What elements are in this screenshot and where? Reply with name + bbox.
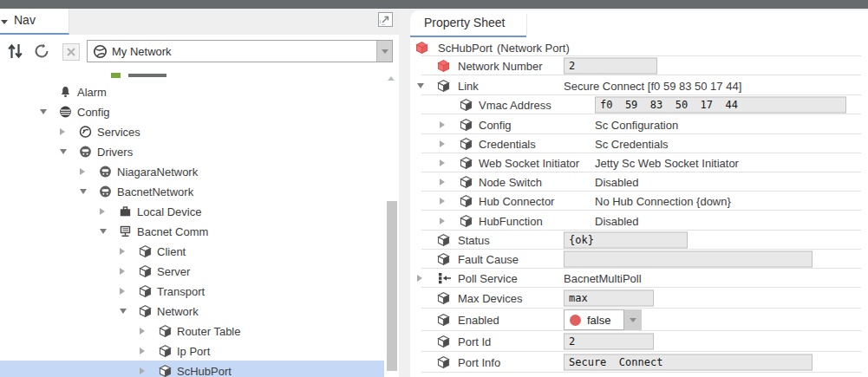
dropdown-button[interactable]: [624, 309, 642, 330]
tree-item-network[interactable]: Network: [0, 301, 384, 321]
property-row-web-socket-initiator[interactable]: Web Socket InitiatorJetty Sc Web Socket …: [410, 153, 868, 172]
property-row-hubfunction[interactable]: HubFunctionDisabled: [410, 211, 868, 231]
scope-dropdown[interactable]: My Network: [87, 40, 393, 62]
refresh-icon[interactable]: [33, 42, 50, 60]
scrollbar-thumb[interactable]: [387, 201, 397, 371]
active-tab-underline: [410, 36, 526, 37]
globe-icon: [93, 44, 108, 59]
collapse-arrow-icon[interactable]: [40, 109, 47, 114]
expand-arrow-icon[interactable]: [440, 179, 445, 185]
collapse-arrow-icon[interactable]: [120, 309, 127, 314]
property-label: Max Devices: [458, 292, 522, 305]
property-row-config[interactable]: ConfigSc Configuration: [410, 114, 868, 134]
database-icon: [59, 105, 72, 118]
property-row-node-switch[interactable]: Node SwitchDisabled: [410, 172, 868, 192]
property-row-fault-cause[interactable]: Fault Cause: [410, 250, 868, 269]
scrollbar-up-arrow[interactable]: [388, 76, 395, 81]
property-label: Config: [479, 118, 512, 131]
property-row-vmac-address[interactable]: Vmac Addressf0 59 83 50 17 44: [410, 95, 868, 114]
sort-arrows-icon[interactable]: [7, 42, 23, 60]
property-value-input[interactable]: 2: [564, 58, 657, 75]
property-row-max-devices[interactable]: Max Devicesmax: [410, 288, 868, 309]
expand-arrow-icon[interactable]: [440, 140, 445, 147]
scope-dropdown-button[interactable]: [376, 41, 392, 62]
tree-item-label: Client: [157, 244, 186, 257]
tab-property-sheet[interactable]: Property Sheet: [410, 10, 526, 36]
expand-arrow-icon[interactable]: [140, 348, 145, 354]
expand-arrow-icon[interactable]: [440, 198, 445, 205]
expand-arrow-icon[interactable]: [120, 248, 125, 255]
property-row-port-id[interactable]: Port Id2: [410, 331, 868, 352]
tree-item-bacnet-comm[interactable]: Bacnet Comm: [0, 221, 384, 241]
property-sheet-header-row[interactable]: ScHubPort(Network Port): [410, 38, 868, 56]
chevron-down-icon[interactable]: [1, 20, 8, 24]
tree-item-ip-port[interactable]: Ip Port: [0, 341, 384, 361]
tree-item-label: Config: [77, 105, 110, 118]
expand-arrow-icon[interactable]: [140, 367, 145, 374]
property-value-input[interactable]: max: [564, 290, 654, 307]
expand-arrow-icon[interactable]: [417, 275, 422, 282]
nav-tab-label: Nav: [14, 13, 36, 27]
tree-item-local-device[interactable]: Local Device: [0, 201, 384, 221]
nav-tree: Alarm Config Services Drivers NiagaraNet…: [0, 73, 399, 377]
property-value-input[interactable]: [564, 251, 813, 268]
tab-nav[interactable]: Nav: [0, 9, 69, 35]
property-value: Disabled: [595, 214, 639, 227]
expand-arrow-icon[interactable]: [440, 159, 445, 166]
driver-icon: [99, 165, 112, 178]
cube-dark-icon: [460, 214, 473, 227]
row-separator: [421, 372, 861, 373]
bell-icon: [59, 85, 72, 98]
nav-panel: Nav: [0, 9, 399, 377]
tree-item-niagaranetwork[interactable]: NiagaraNetwork: [0, 161, 384, 181]
expand-pane-icon[interactable]: [378, 12, 393, 27]
tree-item-transport[interactable]: Transport: [0, 281, 384, 301]
expand-arrow-icon[interactable]: [440, 121, 445, 128]
property-row-credentials[interactable]: CredentialsSc Credentials: [410, 134, 868, 153]
scope-dropdown-value: My Network: [112, 45, 172, 58]
tree-item-bacnetnetwork[interactable]: BacnetNetwork: [0, 181, 384, 201]
expand-arrow-icon[interactable]: [80, 168, 85, 175]
tree-item-server[interactable]: Server: [0, 261, 384, 281]
cube-dark-icon: [437, 335, 450, 348]
property-row-network-number[interactable]: Network Number2: [410, 56, 868, 75]
property-sheet-panel: Property Sheet ScHubPort(Network Port) N…: [410, 10, 868, 377]
tree-item-services[interactable]: Services: [0, 121, 384, 141]
property-row-link[interactable]: LinkSecure Connect [f0 59 83 50 17 44]: [410, 75, 868, 95]
property-row-status[interactable]: Status{ok}: [410, 231, 868, 250]
nav-toolbar: My Network: [0, 35, 399, 73]
property-value-input[interactable]: f0 59 83 50 17 44: [595, 97, 846, 114]
collapse-arrow-icon[interactable]: [417, 83, 424, 88]
tree-item-client[interactable]: Client: [0, 241, 384, 261]
expand-arrow-icon[interactable]: [120, 268, 125, 275]
tree-item-drivers[interactable]: Drivers: [0, 141, 384, 161]
expand-arrow-icon[interactable]: [140, 328, 145, 335]
property-value-input[interactable]: 2: [564, 334, 654, 350]
close-icon[interactable]: [62, 43, 80, 61]
property-value-input[interactable]: {ok}: [564, 232, 688, 249]
expand-arrow-icon[interactable]: [120, 288, 125, 295]
tab-divider: [526, 14, 527, 36]
collapse-arrow-icon[interactable]: [80, 189, 87, 194]
property-row-port-info[interactable]: Port InfoSecure Connect: [410, 352, 868, 373]
expand-arrow-icon[interactable]: [100, 208, 105, 215]
expand-arrow-icon[interactable]: [440, 218, 445, 224]
tree-item-schubport[interactable]: ScHubPort: [0, 361, 384, 377]
property-row-enabled[interactable]: Enabled false: [410, 309, 868, 331]
property-row-poll-service[interactable]: Poll ServiceBacnetMultiPoll: [410, 269, 868, 288]
tree-item-alarm[interactable]: Alarm: [0, 81, 384, 101]
cube-icon: [139, 304, 152, 317]
cube-dark-icon: [437, 234, 450, 247]
driver-icon: [99, 185, 112, 198]
tree-item-router-table[interactable]: Router Table: [0, 321, 384, 341]
collapse-arrow-icon[interactable]: [60, 149, 67, 154]
expand-arrow-icon[interactable]: [60, 128, 65, 135]
enabled-dropdown[interactable]: false: [564, 309, 642, 330]
collapse-arrow-icon[interactable]: [100, 229, 107, 234]
partial-tree-row: [111, 73, 172, 78]
cube-dark-icon: [460, 176, 473, 189]
property-label: Credentials: [479, 138, 536, 151]
tree-item-config[interactable]: Config: [0, 101, 384, 121]
property-value-input[interactable]: Secure Connect: [564, 354, 813, 371]
property-row-hub-connector[interactable]: Hub ConnectorNo Hub Connection {down}: [410, 192, 868, 211]
